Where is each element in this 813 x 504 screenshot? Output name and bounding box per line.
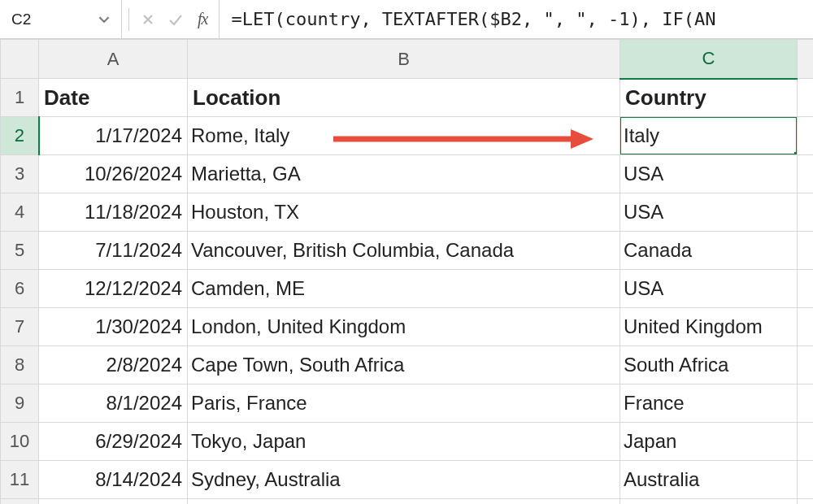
cell-B6[interactable]: Camden, ME [188, 270, 620, 308]
cell-A9[interactable]: 8/1/2024 [39, 385, 188, 423]
spreadsheet-grid: A B C 1 Date Location Country 2 1/17/202… [0, 39, 813, 504]
column-header-row: A B C [1, 40, 814, 79]
cell-D9[interactable] [798, 385, 814, 423]
cell-C6[interactable]: USA [620, 270, 798, 308]
formula-bar-buttons: fx [122, 0, 220, 38]
fill-handle[interactable] [793, 151, 798, 155]
cell-D12[interactable] [798, 499, 814, 505]
divider [128, 8, 129, 31]
row-header-3[interactable]: 3 [1, 155, 39, 193]
cell-C3[interactable]: USA [620, 155, 798, 193]
cell-D11[interactable] [798, 461, 814, 499]
cell-A1[interactable]: Date [39, 79, 188, 117]
table-row: 4 11/18/2024 Houston, TX USA [1, 193, 814, 232]
cell-B2[interactable]: Rome, Italy [188, 117, 620, 155]
col-header-C[interactable]: C [620, 40, 798, 79]
cell-A2[interactable]: 1/17/2024 [39, 117, 188, 155]
table-row: 12 4/27/2024 Berlin, Germany Germany [1, 499, 814, 505]
cell-B5[interactable]: Vancouver, British Columbia, Canada [188, 232, 620, 270]
cell-A4[interactable]: 11/18/2024 [39, 193, 188, 232]
cell-C10[interactable]: Japan [620, 423, 798, 461]
cell-D10[interactable] [798, 423, 814, 461]
cell-B11[interactable]: Sydney, Australia [188, 461, 620, 499]
row-header-2[interactable]: 2 [1, 117, 39, 155]
table-row: 11 8/14/2024 Sydney, Australia Australia [1, 461, 814, 499]
row-header-4[interactable]: 4 [1, 193, 39, 232]
cell-C2[interactable]: Italy [620, 117, 798, 155]
col-header-B[interactable]: B [188, 40, 620, 79]
cell-A10[interactable]: 6/29/2024 [39, 423, 188, 461]
cell-A5[interactable]: 7/11/2024 [39, 232, 188, 270]
header-country: Country [620, 85, 706, 110]
cell-D5[interactable] [798, 232, 814, 270]
cell-C4[interactable]: USA [620, 193, 798, 232]
cell-D2[interactable] [798, 117, 814, 155]
cancel-icon[interactable] [137, 9, 159, 30]
cell-B4[interactable]: Houston, TX [188, 193, 620, 232]
cell-A7[interactable]: 1/30/2024 [39, 308, 188, 346]
select-all-corner[interactable] [1, 40, 39, 79]
row-header-12[interactable]: 12 [1, 499, 39, 505]
cell-A11[interactable]: 8/14/2024 [39, 461, 188, 499]
table-row: 9 8/1/2024 Paris, France France [1, 385, 814, 423]
table-row: 6 12/12/2024 Camden, ME USA [1, 270, 814, 308]
cell-D8[interactable] [798, 346, 814, 385]
header-location: Location [188, 85, 280, 110]
row-header-5[interactable]: 5 [1, 232, 39, 270]
row-header-9[interactable]: 9 [1, 385, 39, 423]
cell-D4[interactable] [798, 193, 814, 232]
cell-D3[interactable] [798, 155, 814, 193]
name-box-container: C2 [0, 0, 122, 38]
col-header-D[interactable] [798, 40, 814, 79]
formula-input[interactable]: =LET(country, TEXTAFTER($B2, ", ", -1), … [220, 0, 813, 38]
cell-C8[interactable]: South Africa [620, 346, 798, 385]
formula-bar: C2 fx =LET(country, TEXTAFTER($B2, ", ",… [0, 0, 813, 39]
table-row: 5 7/11/2024 Vancouver, British Columbia,… [1, 232, 814, 270]
cell-A3[interactable]: 10/26/2024 [39, 155, 188, 193]
cell-C5[interactable]: Canada [620, 232, 798, 270]
row-header-8[interactable]: 8 [1, 346, 39, 385]
cell-D6[interactable] [798, 270, 814, 308]
cell-C11[interactable]: Australia [620, 461, 798, 499]
cell-C7[interactable]: United Kingdom [620, 308, 798, 346]
cell-D7[interactable] [798, 308, 814, 346]
cell-A8[interactable]: 2/8/2024 [39, 346, 188, 385]
cell-B1[interactable]: Location [188, 79, 620, 117]
row-header-10[interactable]: 10 [1, 423, 39, 461]
cell-D1[interactable] [798, 79, 814, 117]
cell-A6[interactable]: 12/12/2024 [39, 270, 188, 308]
cell-B12[interactable]: Berlin, Germany [188, 499, 620, 505]
header-date: Date [39, 85, 89, 110]
cell-B7[interactable]: London, United Kingdom [188, 308, 620, 346]
cell-B10[interactable]: Tokyo, Japan [188, 423, 620, 461]
row-header-7[interactable]: 7 [1, 308, 39, 346]
cell-C1[interactable]: Country [620, 79, 798, 117]
cells-table: A B C 1 Date Location Country 2 1/17/202… [0, 39, 813, 504]
insert-function-icon[interactable]: fx [193, 10, 212, 28]
cell-C9[interactable]: France [620, 385, 798, 423]
enter-icon[interactable] [165, 9, 186, 30]
table-row: 8 2/8/2024 Cape Town, South Africa South… [1, 346, 814, 385]
table-row: 3 10/26/2024 Marietta, GA USA [1, 155, 814, 193]
name-box[interactable]: C2 [8, 7, 95, 32]
table-row: 10 6/29/2024 Tokyo, Japan Japan [1, 423, 814, 461]
col-header-A[interactable]: A [39, 40, 188, 79]
row-header-11[interactable]: 11 [1, 461, 39, 499]
row-header-6[interactable]: 6 [1, 270, 39, 308]
row-header-1[interactable]: 1 [1, 79, 39, 117]
cell-A12[interactable]: 4/27/2024 [39, 499, 188, 505]
cell-B8[interactable]: Cape Town, South Africa [188, 346, 620, 385]
name-box-dropdown-icon[interactable] [95, 11, 113, 28]
cell-C12[interactable]: Germany [620, 499, 798, 505]
cell-B9[interactable]: Paris, France [188, 385, 620, 423]
table-row: 1 Date Location Country [1, 79, 814, 117]
table-row: 2 1/17/2024 Rome, Italy Italy [1, 117, 814, 155]
cell-B3[interactable]: Marietta, GA [188, 155, 620, 193]
table-row: 7 1/30/2024 London, United Kingdom Unite… [1, 308, 814, 346]
